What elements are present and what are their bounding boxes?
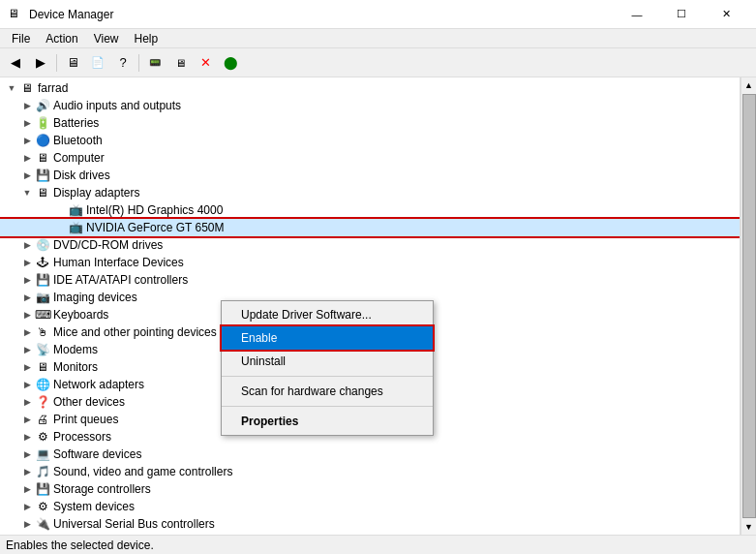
toolbar-device[interactable]: 📟 — [143, 52, 166, 74]
expand-imaging[interactable]: ▶ — [19, 290, 35, 305]
toolbar-back[interactable]: ◀ — [4, 52, 27, 74]
tree-item-intel[interactable]: ▶ 📺 Intel(R) HD Graphics 4000 — [0, 201, 740, 219]
ide-label: IDE ATA/ATAPI controllers — [53, 273, 188, 287]
toolbar: ◀ ▶ 🖥 📄 ? 📟 🖥 ✕ ⬤ — [0, 48, 756, 77]
tree-item-storage[interactable]: ▶ 💾 Storage controllers — [0, 480, 740, 498]
tree-item-ide[interactable]: ▶ 💾 IDE ATA/ATAPI controllers — [0, 271, 740, 289]
tree-item-audio[interactable]: ▶ 🔊 Audio inputs and outputs — [0, 97, 740, 114]
expand-batteries[interactable]: ▶ — [19, 115, 35, 131]
diskdrives-icon: 💾 — [35, 168, 50, 183]
expand-bluetooth[interactable]: ▶ — [19, 133, 35, 148]
tree-item-nvidia[interactable]: ▶ 📺 NVIDIA GeForce GT 650M — [0, 219, 740, 236]
scroll-down[interactable]: ▼ — [741, 519, 757, 535]
toolbar-monitor[interactable]: 🖥 — [168, 52, 192, 74]
expand-network[interactable]: ▶ — [19, 377, 35, 392]
expand-keyboards[interactable]: ▶ — [19, 307, 35, 323]
toolbar-forward[interactable]: ▶ — [29, 52, 52, 74]
scroll-up[interactable]: ▲ — [741, 77, 757, 93]
ctx-uninstall[interactable]: Uninstall — [222, 350, 433, 373]
device-tree[interactable]: ▼ 🖥 farrad ▶ 🔊 Audio inputs and outputs … — [0, 77, 741, 535]
tree-item-sound[interactable]: ▶ 🎵 Sound, video and game controllers — [0, 463, 740, 480]
audio-label: Audio inputs and outputs — [53, 99, 181, 112]
expand-dvd[interactable]: ▶ — [19, 237, 35, 253]
tree-item-usb[interactable]: ▶ 🔌 Universal Serial Bus controllers — [0, 515, 740, 533]
toolbar-help[interactable]: ? — [111, 52, 135, 74]
intel-label: Intel(R) HD Graphics 4000 — [86, 203, 223, 217]
expand-usb[interactable]: ▶ — [19, 516, 35, 532]
expand-other[interactable]: ▶ — [19, 394, 35, 410]
expand-ide[interactable]: ▶ — [19, 272, 35, 288]
modems-icon: 📡 — [35, 342, 50, 357]
toolbar-doc[interactable]: 📄 — [86, 52, 109, 74]
main-area: ▼ 🖥 farrad ▶ 🔊 Audio inputs and outputs … — [0, 77, 756, 535]
expand-modems[interactable]: ▶ — [19, 342, 35, 357]
mice-icon: 🖱 — [35, 324, 50, 340]
computer-cat-icon: 🖥 — [35, 150, 50, 166]
batteries-label: Batteries — [53, 116, 99, 130]
maximize-button[interactable]: ☐ — [659, 0, 704, 29]
ctx-enable[interactable]: Enable — [222, 326, 433, 350]
expand-sound[interactable]: ▶ — [19, 464, 35, 479]
tree-item-dvd[interactable]: ▶ 💿 DVD/CD-ROM drives — [0, 236, 740, 254]
display-label: Display adapters — [53, 186, 139, 200]
hid-label: Human Interface Devices — [53, 256, 184, 269]
tree-item-displayadapters[interactable]: ▼ 🖥 Display adapters — [0, 184, 740, 201]
ctx-properties[interactable]: Properties — [222, 410, 433, 433]
tree-item-hid[interactable]: ▶ 🕹 Human Interface Devices — [0, 254, 740, 271]
tree-item-bluetooth[interactable]: ▶ 🔵 Bluetooth — [0, 132, 740, 149]
expand-monitors[interactable]: ▶ — [19, 359, 35, 375]
computer-label: Computer — [53, 151, 105, 165]
close-button[interactable]: ✕ — [704, 0, 748, 29]
minimize-button[interactable]: — — [615, 0, 659, 29]
tree-item-diskdrives[interactable]: ▶ 💾 Disk drives — [0, 167, 740, 184]
toolbar-remove[interactable]: ✕ — [194, 52, 217, 74]
expand-print[interactable]: ▶ — [19, 412, 35, 427]
window-title: Device Manager — [29, 8, 615, 21]
ctx-sep2 — [222, 406, 433, 407]
expand-storage[interactable]: ▶ — [19, 481, 35, 497]
toolbar-sep2 — [138, 54, 139, 72]
expand-diskdrives[interactable]: ▶ — [19, 168, 35, 183]
expand-system[interactable]: ▶ — [19, 499, 35, 514]
expand-processors[interactable]: ▶ — [19, 429, 35, 445]
expand-computer[interactable]: ▶ — [19, 150, 35, 166]
ctx-update[interactable]: Update Driver Software... — [222, 303, 433, 326]
audio-icon: 🔊 — [35, 98, 50, 113]
bluetooth-icon: 🔵 — [35, 133, 50, 148]
expand-root[interactable]: ▼ — [4, 80, 19, 96]
processors-label: Processors — [53, 430, 111, 444]
other-icon: ❓ — [35, 394, 50, 410]
expand-mice[interactable]: ▶ — [19, 324, 35, 340]
processors-icon: ⚙ — [35, 429, 50, 445]
toolbar-computer[interactable]: 🖥 — [61, 52, 84, 74]
tree-item-software[interactable]: ▶ 💻 Software devices — [0, 446, 740, 463]
menu-action[interactable]: Action — [38, 30, 85, 47]
scrollbar[interactable]: ▲ ▼ — [741, 77, 756, 535]
nvidia-label: NVIDIA GeForce GT 650M — [86, 221, 225, 234]
scroll-thumb[interactable] — [742, 94, 756, 518]
tree-item-computer[interactable]: ▶ 🖥 Computer — [0, 149, 740, 167]
tree-item-batteries[interactable]: ▶ 🔋 Batteries — [0, 114, 740, 132]
monitors-icon: 🖥 — [35, 359, 50, 375]
toolbar-sep1 — [56, 54, 57, 72]
menu-view[interactable]: View — [86, 30, 127, 47]
usb-icon: 🔌 — [35, 516, 50, 532]
bluetooth-label: Bluetooth — [53, 134, 103, 147]
imaging-label: Imaging devices — [53, 291, 137, 304]
mice-label: Mice and other pointing devices — [53, 325, 217, 339]
toolbar-add[interactable]: ⬤ — [219, 52, 242, 74]
tree-root[interactable]: ▼ 🖥 farrad — [0, 79, 740, 97]
print-label: Print queues — [53, 413, 118, 426]
expand-software[interactable]: ▶ — [19, 446, 35, 462]
menu-file[interactable]: File — [4, 30, 38, 47]
tree-item-system[interactable]: ▶ ⚙ System devices — [0, 498, 740, 515]
display-icon: 🖥 — [35, 185, 50, 200]
expand-hid[interactable]: ▶ — [19, 255, 35, 270]
storage-label: Storage controllers — [53, 482, 151, 496]
expand-audio[interactable]: ▶ — [19, 98, 35, 113]
sound-icon: 🎵 — [35, 464, 50, 479]
ctx-scan[interactable]: Scan for hardware changes — [222, 380, 433, 403]
print-icon: 🖨 — [35, 412, 50, 427]
menu-help[interactable]: Help — [127, 30, 166, 47]
expand-display[interactable]: ▼ — [19, 185, 35, 200]
